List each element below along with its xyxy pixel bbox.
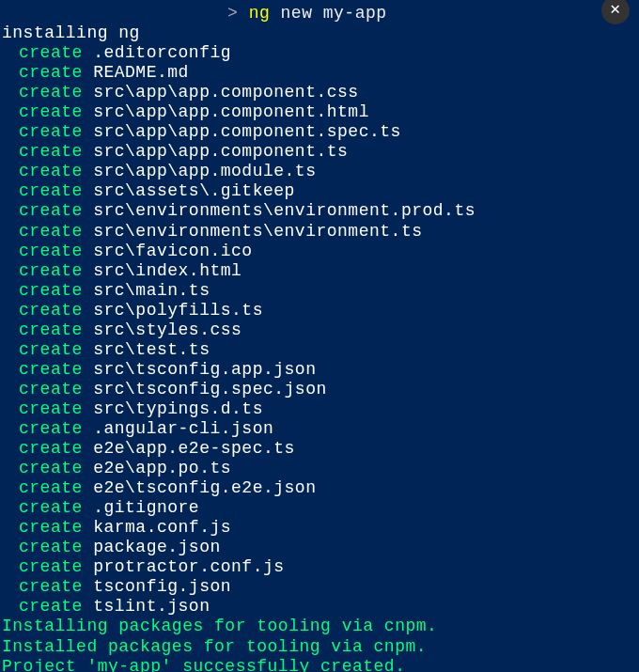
create-label: create: [19, 360, 83, 379]
create-line: create src\typings.d.ts: [2, 399, 637, 419]
create-label: create: [19, 181, 83, 200]
create-label: create: [19, 518, 83, 537]
create-label: create: [19, 201, 83, 220]
create-line: create src\main.ts: [2, 281, 637, 301]
create-line: create src\polyfills.ts: [2, 301, 637, 320]
create-label: create: [19, 102, 83, 121]
terminal-output: ✕ > ng new my-app installing ng create .…: [0, 0, 639, 672]
status-line: Installing packages for tooling via cnpm…: [2, 617, 637, 636]
create-label: create: [19, 597, 83, 616]
command-args: new my-app: [270, 4, 386, 23]
file-path: .editorconfig: [93, 43, 231, 62]
prompt-line: > ng new my-app: [2, 4, 637, 23]
create-line: create src\app\app.module.ts: [2, 162, 637, 181]
create-label: create: [19, 162, 83, 180]
create-line: create src\favicon.ico: [2, 242, 637, 261]
file-path: src\app\app.module.ts: [93, 162, 316, 180]
file-path: karma.conf.js: [93, 518, 231, 537]
file-path: src\tsconfig.app.json: [93, 360, 316, 379]
create-line: create e2e\tsconfig.e2e.json: [2, 478, 637, 498]
status-line: Project 'my-app' successfully created.: [2, 657, 637, 672]
create-label: create: [19, 498, 83, 517]
create-line: create src\tsconfig.spec.json: [2, 380, 637, 399]
create-label: create: [19, 83, 83, 102]
create-label: create: [19, 478, 83, 497]
create-line: create src\app\app.component.html: [2, 102, 637, 122]
create-line: create src\environments\environment.ts: [2, 222, 637, 242]
create-label: create: [19, 399, 83, 418]
create-line: create package.json: [2, 538, 637, 557]
create-label: create: [19, 281, 83, 300]
file-path: README.md: [93, 63, 189, 82]
file-path: src\tsconfig.spec.json: [93, 380, 327, 399]
create-label: create: [19, 577, 83, 596]
create-line: create protractor.conf.js: [2, 557, 637, 577]
create-label: create: [19, 557, 83, 576]
create-label: create: [19, 538, 83, 556]
create-label: create: [19, 122, 83, 141]
file-path: e2e\app.e2e-spec.ts: [93, 439, 295, 458]
file-path: src\app\app.component.spec.ts: [93, 122, 401, 141]
installing-line: installing ng: [2, 23, 637, 43]
create-line: create src\environments\environment.prod…: [2, 201, 637, 221]
create-label: create: [19, 63, 83, 82]
file-path: src\app\app.component.html: [93, 102, 369, 121]
file-path: .gitignore: [93, 498, 199, 517]
close-icon: ✕: [610, 0, 620, 20]
create-label: create: [19, 439, 83, 458]
file-path: src\assets\.gitkeep: [93, 181, 295, 200]
file-path: src\styles.css: [93, 320, 242, 339]
file-path: src\environments\environment.ts: [93, 222, 422, 241]
create-label: create: [19, 222, 83, 241]
file-path: src\main.ts: [93, 281, 210, 300]
file-path: src\test.ts: [93, 340, 210, 359]
create-line: create tsconfig.json: [2, 577, 637, 597]
create-line: create karma.conf.js: [2, 518, 637, 538]
file-path: src\index.html: [93, 261, 242, 280]
create-line: create src\test.ts: [2, 340, 637, 360]
file-path: src\favicon.ico: [93, 242, 253, 260]
create-label: create: [19, 320, 83, 339]
create-line: create tslint.json: [2, 597, 637, 617]
create-line: create src\app\app.component.css: [2, 83, 637, 102]
create-line: create src\app\app.component.spec.ts: [2, 122, 637, 142]
file-path: src\typings.d.ts: [93, 399, 263, 418]
prompt-symbol: >: [227, 4, 238, 23]
create-line: create .editorconfig: [2, 43, 637, 63]
file-path: src\app\app.component.ts: [93, 142, 348, 161]
create-label: create: [19, 340, 83, 359]
create-line: create README.md: [2, 63, 637, 83]
create-label: create: [19, 261, 83, 280]
file-path: src\polyfills.ts: [93, 301, 263, 320]
create-line: create e2e\app.po.ts: [2, 459, 637, 478]
create-line: create src\tsconfig.app.json: [2, 360, 637, 380]
create-label: create: [19, 142, 83, 161]
command-name: ng: [249, 4, 271, 23]
create-label: create: [19, 459, 83, 477]
file-path: protractor.conf.js: [93, 557, 284, 576]
file-path: .angular-cli.json: [93, 419, 273, 438]
create-line: create src\styles.css: [2, 320, 637, 340]
create-label: create: [19, 301, 83, 320]
create-line: create src\index.html: [2, 261, 637, 281]
create-line: create .gitignore: [2, 498, 637, 518]
create-line: create src\assets\.gitkeep: [2, 181, 637, 201]
file-path: package.json: [93, 538, 221, 556]
create-line: create src\app\app.component.ts: [2, 142, 637, 162]
file-path: tslint.json: [93, 597, 210, 616]
create-label: create: [19, 242, 83, 260]
create-line: create .angular-cli.json: [2, 419, 637, 439]
create-label: create: [19, 43, 83, 62]
create-label: create: [19, 380, 83, 399]
file-path: e2e\app.po.ts: [93, 459, 231, 477]
file-path: e2e\tsconfig.e2e.json: [93, 478, 316, 497]
create-line: create e2e\app.e2e-spec.ts: [2, 439, 637, 459]
create-label: create: [19, 419, 83, 438]
status-line: Installed packages for tooling via cnpm.: [2, 637, 637, 657]
file-path: src\app\app.component.css: [93, 83, 359, 102]
file-path: tsconfig.json: [93, 577, 231, 596]
file-path: src\environments\environment.prod.ts: [93, 201, 475, 220]
